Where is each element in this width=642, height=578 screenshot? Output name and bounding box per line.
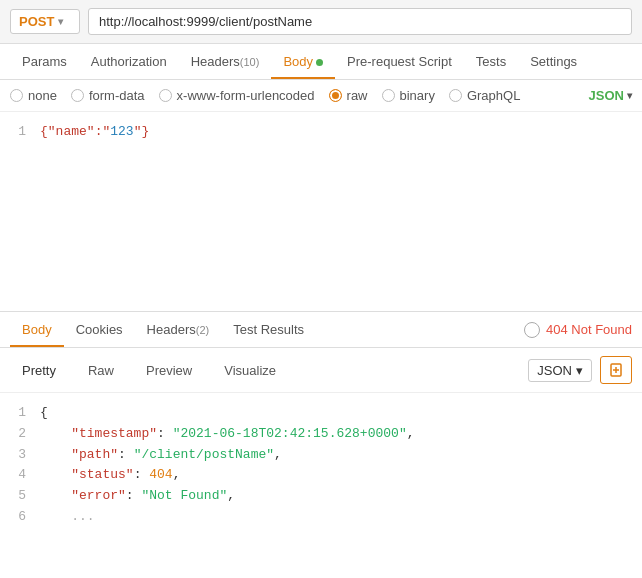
- response-body: 1 { 2 "timestamp": "2021-06-18T02:42:15.…: [0, 393, 642, 538]
- response-tab-cookies[interactable]: Cookies: [64, 312, 135, 347]
- request-body-editor[interactable]: 1 {"name":"123"}: [0, 112, 642, 312]
- option-graphql[interactable]: GraphQL: [449, 88, 520, 103]
- method-label: POST: [19, 14, 54, 29]
- res-line-2: 2 "timestamp": "2021-06-18T02:42:15.628+…: [10, 424, 632, 445]
- radio-urlencoded: [159, 89, 172, 102]
- option-form-data[interactable]: form-data: [71, 88, 145, 103]
- response-tab-body[interactable]: Body: [10, 312, 64, 347]
- response-format-bar: Pretty Raw Preview Visualize JSON ▾: [0, 348, 642, 393]
- radio-raw: [329, 89, 342, 102]
- option-raw[interactable]: raw: [329, 88, 368, 103]
- url-bar: POST ▾: [0, 0, 642, 44]
- body-format-options: none form-data x-www-form-urlencoded raw…: [0, 80, 642, 112]
- res-line-6: 6 ...: [10, 507, 632, 528]
- editor-line-1: 1 {"name":"123"}: [10, 122, 632, 143]
- radio-none: [10, 89, 23, 102]
- res-line-5: 5 "error": "Not Found",: [10, 486, 632, 507]
- globe-icon: [524, 322, 540, 338]
- response-tab-headers[interactable]: Headers(2): [135, 312, 222, 347]
- tab-authorization[interactable]: Authorization: [79, 44, 179, 79]
- option-none[interactable]: none: [10, 88, 57, 103]
- tab-body[interactable]: Body: [271, 44, 335, 79]
- response-section: Body Cookies Headers(2) Test Results 404…: [0, 312, 642, 538]
- url-input[interactable]: [88, 8, 632, 35]
- res-line-3: 3 "path": "/client/postName",: [10, 445, 632, 466]
- tab-settings[interactable]: Settings: [518, 44, 589, 79]
- response-tab-test-results[interactable]: Test Results: [221, 312, 316, 347]
- res-btn-preview[interactable]: Preview: [134, 359, 204, 382]
- line-number: 1: [10, 122, 26, 143]
- res-line-1: 1 {: [10, 403, 632, 424]
- tab-tests[interactable]: Tests: [464, 44, 518, 79]
- tab-params[interactable]: Params: [10, 44, 79, 79]
- response-format-selector[interactable]: JSON ▾: [528, 359, 592, 382]
- res-btn-pretty[interactable]: Pretty: [10, 359, 68, 382]
- radio-form-data: [71, 89, 84, 102]
- body-dot: [316, 59, 323, 66]
- request-tabs: Params Authorization Headers(10) Body Pr…: [0, 44, 642, 80]
- option-urlencoded[interactable]: x-www-form-urlencoded: [159, 88, 315, 103]
- save-response-button[interactable]: [600, 356, 632, 384]
- method-selector[interactable]: POST ▾: [10, 9, 80, 34]
- option-binary[interactable]: binary: [382, 88, 435, 103]
- response-status: 404 Not Found: [524, 322, 632, 338]
- format-selector[interactable]: JSON ▾: [589, 88, 632, 103]
- method-chevron: ▾: [58, 16, 63, 27]
- radio-graphql: [449, 89, 462, 102]
- response-tabs: Body Cookies Headers(2) Test Results 404…: [0, 312, 642, 348]
- radio-binary: [382, 89, 395, 102]
- format-chevron: ▾: [627, 90, 632, 101]
- code-line-content: {"name":"123"}: [40, 122, 149, 143]
- tab-headers[interactable]: Headers(10): [179, 44, 272, 79]
- res-btn-visualize[interactable]: Visualize: [212, 359, 288, 382]
- res-line-4: 4 "status": 404,: [10, 465, 632, 486]
- res-btn-raw[interactable]: Raw: [76, 359, 126, 382]
- format-dropdown-chevron: ▾: [576, 363, 583, 378]
- status-text: 404 Not Found: [546, 322, 632, 337]
- tab-pre-request[interactable]: Pre-request Script: [335, 44, 464, 79]
